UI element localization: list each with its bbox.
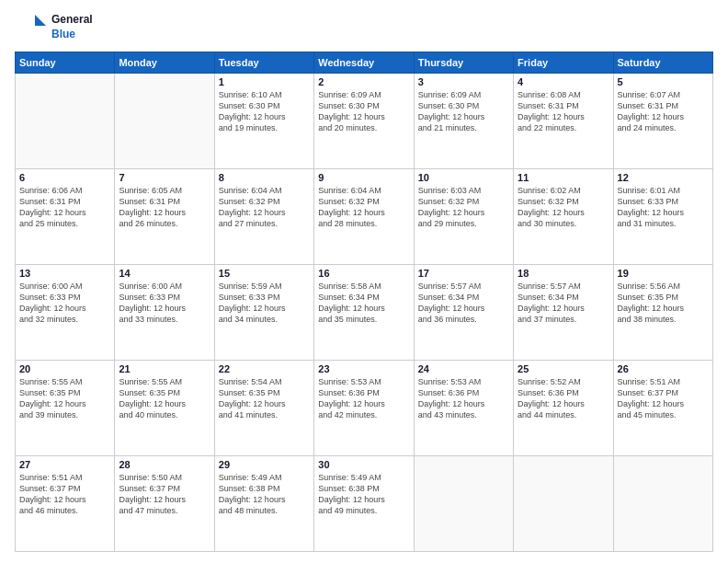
day-number: 13 <box>19 268 110 279</box>
day-info: Sunrise: 6:03 AM Sunset: 6:32 PM Dayligh… <box>418 185 509 230</box>
weekday-header-tuesday: Tuesday <box>214 52 313 74</box>
day-info: Sunrise: 5:49 AM Sunset: 6:38 PM Dayligh… <box>219 472 310 517</box>
day-info: Sunrise: 6:07 AM Sunset: 6:31 PM Dayligh… <box>618 89 709 134</box>
day-info: Sunrise: 5:58 AM Sunset: 6:34 PM Dayligh… <box>318 281 409 326</box>
calendar-cell: 24Sunrise: 5:53 AM Sunset: 6:36 PM Dayli… <box>414 361 513 456</box>
day-info: Sunrise: 6:06 AM Sunset: 6:31 PM Dayligh… <box>19 185 110 230</box>
day-number: 12 <box>618 172 709 183</box>
calendar-cell <box>16 74 115 169</box>
day-info: Sunrise: 6:00 AM Sunset: 6:33 PM Dayligh… <box>119 281 210 326</box>
day-number: 15 <box>219 268 310 279</box>
calendar-cell: 1Sunrise: 6:10 AM Sunset: 6:30 PM Daylig… <box>214 74 313 169</box>
weekday-header-friday: Friday <box>514 52 613 74</box>
calendar-week-3: 13Sunrise: 6:00 AM Sunset: 6:33 PM Dayli… <box>16 265 713 361</box>
calendar-cell: 5Sunrise: 6:07 AM Sunset: 6:31 PM Daylig… <box>613 74 712 169</box>
day-info: Sunrise: 5:54 AM Sunset: 6:35 PM Dayligh… <box>219 376 310 421</box>
logo-svg <box>15 11 48 44</box>
day-number: 8 <box>219 172 310 183</box>
day-number: 30 <box>318 459 409 470</box>
day-info: Sunrise: 6:09 AM Sunset: 6:30 PM Dayligh… <box>418 89 509 134</box>
calendar-cell: 17Sunrise: 5:57 AM Sunset: 6:34 PM Dayli… <box>414 265 513 361</box>
logo: GeneralBlue <box>15 11 93 44</box>
day-number: 10 <box>418 172 509 183</box>
day-info: Sunrise: 5:53 AM Sunset: 6:36 PM Dayligh… <box>418 376 509 421</box>
header: GeneralBlue <box>15 11 713 44</box>
day-number: 17 <box>418 268 509 279</box>
day-number: 14 <box>119 268 210 279</box>
day-number: 22 <box>219 363 310 374</box>
day-info: Sunrise: 6:10 AM Sunset: 6:30 PM Dayligh… <box>219 89 310 134</box>
calendar-cell: 16Sunrise: 5:58 AM Sunset: 6:34 PM Dayli… <box>314 265 414 361</box>
calendar-cell: 27Sunrise: 5:51 AM Sunset: 6:37 PM Dayli… <box>16 456 115 552</box>
day-number: 4 <box>518 76 609 87</box>
day-info: Sunrise: 5:49 AM Sunset: 6:38 PM Dayligh… <box>318 472 409 517</box>
day-number: 20 <box>19 363 110 374</box>
day-info: Sunrise: 6:09 AM Sunset: 6:30 PM Dayligh… <box>318 89 409 134</box>
weekday-header-thursday: Thursday <box>414 52 513 74</box>
day-info: Sunrise: 6:04 AM Sunset: 6:32 PM Dayligh… <box>219 185 310 230</box>
day-info: Sunrise: 5:51 AM Sunset: 6:37 PM Dayligh… <box>19 472 110 517</box>
day-info: Sunrise: 5:52 AM Sunset: 6:36 PM Dayligh… <box>518 376 609 421</box>
calendar-cell: 19Sunrise: 5:56 AM Sunset: 6:35 PM Dayli… <box>613 265 712 361</box>
day-info: Sunrise: 6:05 AM Sunset: 6:31 PM Dayligh… <box>119 185 210 230</box>
calendar-cell: 26Sunrise: 5:51 AM Sunset: 6:37 PM Dayli… <box>613 361 712 456</box>
calendar-cell <box>115 74 214 169</box>
day-number: 25 <box>518 363 609 374</box>
day-info: Sunrise: 5:51 AM Sunset: 6:37 PM Dayligh… <box>618 376 709 421</box>
calendar-cell: 9Sunrise: 6:04 AM Sunset: 6:32 PM Daylig… <box>314 169 414 265</box>
calendar-week-2: 6Sunrise: 6:06 AM Sunset: 6:31 PM Daylig… <box>16 169 713 265</box>
calendar-cell: 8Sunrise: 6:04 AM Sunset: 6:32 PM Daylig… <box>214 169 313 265</box>
day-info: Sunrise: 6:01 AM Sunset: 6:33 PM Dayligh… <box>618 185 709 230</box>
day-info: Sunrise: 6:08 AM Sunset: 6:31 PM Dayligh… <box>518 89 609 134</box>
day-number: 9 <box>318 172 409 183</box>
calendar-cell: 25Sunrise: 5:52 AM Sunset: 6:36 PM Dayli… <box>514 361 613 456</box>
calendar-cell: 6Sunrise: 6:06 AM Sunset: 6:31 PM Daylig… <box>16 169 115 265</box>
day-number: 18 <box>518 268 609 279</box>
day-number: 6 <box>19 172 110 183</box>
calendar-week-1: 1Sunrise: 6:10 AM Sunset: 6:30 PM Daylig… <box>16 74 713 169</box>
calendar-cell: 7Sunrise: 6:05 AM Sunset: 6:31 PM Daylig… <box>115 169 214 265</box>
calendar-cell: 13Sunrise: 6:00 AM Sunset: 6:33 PM Dayli… <box>16 265 115 361</box>
calendar-week-4: 20Sunrise: 5:55 AM Sunset: 6:35 PM Dayli… <box>16 361 713 456</box>
calendar-cell: 2Sunrise: 6:09 AM Sunset: 6:30 PM Daylig… <box>314 74 414 169</box>
calendar-cell: 10Sunrise: 6:03 AM Sunset: 6:32 PM Dayli… <box>414 169 513 265</box>
calendar-cell: 20Sunrise: 5:55 AM Sunset: 6:35 PM Dayli… <box>16 361 115 456</box>
day-info: Sunrise: 5:50 AM Sunset: 6:37 PM Dayligh… <box>119 472 210 517</box>
day-number: 1 <box>219 76 310 87</box>
calendar-cell: 29Sunrise: 5:49 AM Sunset: 6:38 PM Dayli… <box>214 456 313 552</box>
day-number: 3 <box>418 76 509 87</box>
day-number: 28 <box>119 459 210 470</box>
calendar-cell <box>414 456 513 552</box>
day-number: 7 <box>119 172 210 183</box>
weekday-header-sunday: Sunday <box>16 52 115 74</box>
weekday-header-wednesday: Wednesday <box>314 52 414 74</box>
calendar-cell: 14Sunrise: 6:00 AM Sunset: 6:33 PM Dayli… <box>115 265 214 361</box>
logo-general: General <box>51 13 93 28</box>
calendar-cell: 22Sunrise: 5:54 AM Sunset: 6:35 PM Dayli… <box>214 361 313 456</box>
day-info: Sunrise: 5:57 AM Sunset: 6:34 PM Dayligh… <box>518 281 609 326</box>
day-info: Sunrise: 5:55 AM Sunset: 6:35 PM Dayligh… <box>119 376 210 421</box>
day-number: 21 <box>119 363 210 374</box>
day-info: Sunrise: 5:55 AM Sunset: 6:35 PM Dayligh… <box>19 376 110 421</box>
calendar-cell: 11Sunrise: 6:02 AM Sunset: 6:32 PM Dayli… <box>514 169 613 265</box>
calendar-cell <box>514 456 613 552</box>
calendar-cell: 21Sunrise: 5:55 AM Sunset: 6:35 PM Dayli… <box>115 361 214 456</box>
calendar-cell: 15Sunrise: 5:59 AM Sunset: 6:33 PM Dayli… <box>214 265 313 361</box>
calendar-cell: 30Sunrise: 5:49 AM Sunset: 6:38 PM Dayli… <box>314 456 414 552</box>
calendar-header-row: SundayMondayTuesdayWednesdayThursdayFrid… <box>16 52 713 74</box>
day-number: 11 <box>518 172 609 183</box>
calendar-cell: 18Sunrise: 5:57 AM Sunset: 6:34 PM Dayli… <box>514 265 613 361</box>
calendar-week-5: 27Sunrise: 5:51 AM Sunset: 6:37 PM Dayli… <box>16 456 713 552</box>
day-number: 24 <box>418 363 509 374</box>
day-number: 16 <box>318 268 409 279</box>
calendar-cell: 12Sunrise: 6:01 AM Sunset: 6:33 PM Dayli… <box>613 169 712 265</box>
day-number: 2 <box>318 76 409 87</box>
day-info: Sunrise: 6:04 AM Sunset: 6:32 PM Dayligh… <box>318 185 409 230</box>
logo-blue-text: Blue <box>51 28 93 42</box>
day-number: 27 <box>19 459 110 470</box>
day-info: Sunrise: 6:02 AM Sunset: 6:32 PM Dayligh… <box>518 185 609 230</box>
day-info: Sunrise: 5:53 AM Sunset: 6:36 PM Dayligh… <box>318 376 409 421</box>
calendar-cell <box>613 456 712 552</box>
day-number: 26 <box>618 363 709 374</box>
weekday-header-monday: Monday <box>115 52 214 74</box>
